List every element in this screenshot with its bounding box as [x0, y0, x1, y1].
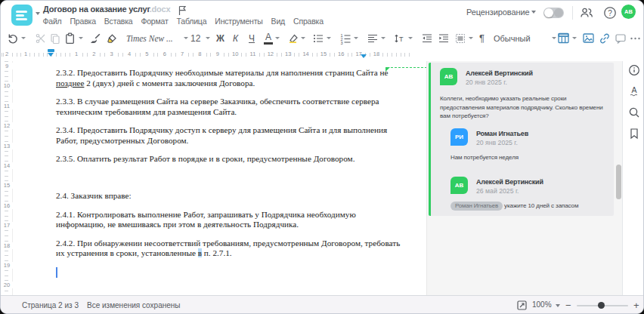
paragraph[interactable]: 2.3.4. Предоставить Подрядчику доступ к … — [56, 125, 417, 146]
text-cursor — [56, 267, 57, 278]
paragraph-mark-button[interactable]: ¶ — [479, 30, 485, 46]
review-mode-label[interactable]: Рецензирование — [466, 8, 530, 17]
paragraph[interactable]: 2.3.2. Предоставить Подрядчику необходим… — [56, 68, 417, 88]
format-painter-button[interactable] — [89, 30, 101, 46]
spellcheck-icon[interactable]: А — [628, 85, 640, 97]
paragraph-border-button[interactable] — [454, 30, 473, 46]
comment-text: Нам потребуется неделя — [450, 153, 617, 162]
bookmark-icon[interactable] — [628, 128, 640, 140]
insert-image-button[interactable] — [582, 30, 595, 46]
document-page[interactable]: 2.3.2. Предоставить Подрядчику необходим… — [14, 61, 427, 295]
menu-item-7[interactable]: Вид — [267, 17, 289, 26]
logo-dropdown-caret-icon[interactable] — [36, 12, 40, 15]
ruler-ticks — [1, 53, 413, 57]
comment-date: 20 янв 2025 г. — [466, 78, 533, 87]
bullet-list-button[interactable] — [312, 30, 331, 46]
align-button[interactable] — [367, 30, 385, 46]
document-title-text: Договор на оказание услуг — [43, 5, 150, 14]
font-size-select[interactable]: 12 — [190, 30, 210, 46]
review-mode-caret-icon[interactable] — [531, 11, 536, 14]
paragraph[interactable]: 2.4. Заказчик вправе: — [56, 191, 417, 202]
menu-item-2[interactable]: Правка — [66, 17, 100, 26]
save-status: Все изменения сохранены — [87, 301, 180, 309]
font-name-select[interactable]: Times New ... — [126, 30, 188, 46]
numbered-list-button[interactable]: 123 — [339, 30, 358, 46]
insert-link-button[interactable] — [599, 30, 611, 46]
collaboration-users-icon[interactable] — [580, 6, 593, 20]
menu-item-1[interactable]: Файл — [39, 17, 66, 26]
app-logo-icon[interactable] — [11, 5, 33, 26]
menu-item-4[interactable]: Формат — [137, 17, 172, 26]
zoom-caret-icon[interactable] — [556, 304, 560, 307]
review-toggle[interactable] — [543, 8, 564, 18]
search-icon[interactable] — [628, 106, 640, 119]
paste-button[interactable] — [64, 30, 83, 46]
menu-item-5[interactable]: Таблица — [172, 17, 211, 26]
menu-item-3[interactable]: Вставка — [100, 17, 137, 26]
cut-button[interactable] — [35, 30, 47, 46]
menu-item-6[interactable]: Инструменты — [211, 17, 267, 26]
vertical-ruler[interactable]: 91011121314151617181920 — [1, 61, 13, 295]
paragraph[interactable]: 2.4.1. Контролировать выполнение Работ, … — [56, 210, 417, 230]
paragraph[interactable] — [56, 173, 417, 183]
about-info-icon[interactable] — [628, 64, 640, 76]
paragraph-style-select[interactable]: Обычный — [494, 30, 556, 46]
zoom-out-button[interactable]: − — [565, 300, 571, 311]
review-toggle-knob — [544, 8, 553, 17]
insert-table-button[interactable] — [557, 30, 577, 46]
font-color-button[interactable]: А — [264, 30, 280, 46]
header-divider — [572, 6, 573, 20]
undo-button[interactable] — [7, 30, 26, 46]
comments-scrollbar[interactable] — [615, 61, 622, 295]
more-toolbar-button[interactable] — [630, 30, 641, 46]
page-indicator[interactable]: Страница 2 из 3 — [22, 301, 79, 309]
paragraph[interactable]: 2.3.5. Оплатить результат Работ в порядк… — [56, 154, 417, 165]
svg-text:3: 3 — [341, 41, 343, 45]
copy-button[interactable] — [49, 30, 61, 46]
app-window: Договор на оказание услуг.docx ФайлПравк… — [0, 0, 644, 314]
highlight-color-button[interactable] — [288, 30, 305, 46]
paragraph[interactable]: 2.3.3. В случае размещения Сайта на серв… — [56, 97, 417, 117]
favorite-flag-icon[interactable] — [177, 5, 187, 16]
comments-panel: АВАлексей Вертинский20 янв 2025 г.Коллег… — [427, 61, 622, 295]
user-avatar[interactable]: АВ — [621, 5, 636, 19]
zoom-slider-knob[interactable] — [598, 302, 605, 309]
top-bar: Договор на оказание услуг.docx ФайлПравк… — [1, 1, 643, 28]
bold-button[interactable]: Ж — [216, 30, 224, 46]
document-text[interactable]: 2.3.2. Предоставить Подрядчику необходим… — [56, 68, 417, 267]
left-indent-marker[interactable] — [48, 49, 54, 57]
clear-style-button[interactable] — [106, 30, 118, 46]
comment-anchor-arrow-icon — [385, 67, 390, 72]
comment-avatar: АВ — [440, 68, 457, 85]
horizontal-ruler[interactable]: 21123456789101112131415161718 — [1, 48, 428, 61]
fit-width-icon[interactable] — [517, 300, 527, 310]
increase-indent-button[interactable] — [438, 30, 450, 46]
comment-text: Коллеги, необходимо указать реальные сро… — [440, 94, 606, 121]
comment-date: 26 май 2025 г. — [476, 187, 543, 195]
comment-thread[interactable]: АВАлексей Вертинский20 янв 2025 г.Коллег… — [429, 63, 614, 216]
scrollbar-thumb[interactable] — [616, 165, 621, 199]
menu-bar: ФайлПравкаВставкаФорматТаблицаИнструмент… — [39, 17, 327, 26]
svg-text:?: ? — [608, 9, 612, 17]
document-title-extension: .docx — [150, 5, 171, 14]
comment-reply[interactable]: РИРоман Игнатьев20 янв 2025 г.Нам потреб… — [450, 128, 606, 162]
right-sidebar: А — [622, 61, 644, 295]
help-icon[interactable]: ? — [603, 6, 617, 20]
right-indent-marker[interactable] — [361, 54, 367, 58]
mention-pill[interactable]: Роман Игнатьев — [450, 202, 503, 211]
comment-reply[interactable]: АВАлексей Вертинский26 май 2025 г.Роман … — [450, 177, 606, 211]
comment[interactable]: АВАлексей Вертинский20 янв 2025 г.Коллег… — [440, 68, 606, 121]
comment-button[interactable] — [615, 30, 627, 46]
line-spacing-button[interactable]: T — [394, 30, 413, 46]
paragraph[interactable]: 2.4.2. При обнаружении несоответствий тр… — [56, 239, 417, 259]
document-title: Договор на оказание услуг.docx — [43, 5, 170, 14]
zoom-value[interactable]: 100% — [532, 300, 552, 309]
zoom-in-button[interactable]: + — [633, 300, 639, 311]
svg-text:А: А — [631, 85, 636, 94]
decrease-indent-button[interactable] — [421, 30, 433, 46]
italic-button[interactable]: К — [233, 30, 238, 46]
underline-button[interactable]: Ч — [249, 30, 255, 46]
comment-date: 20 янв 2025 г. — [476, 139, 528, 147]
menu-item-8[interactable]: Справка — [289, 17, 328, 26]
status-bar: Страница 2 из 3 Все изменения сохранены … — [1, 295, 643, 314]
